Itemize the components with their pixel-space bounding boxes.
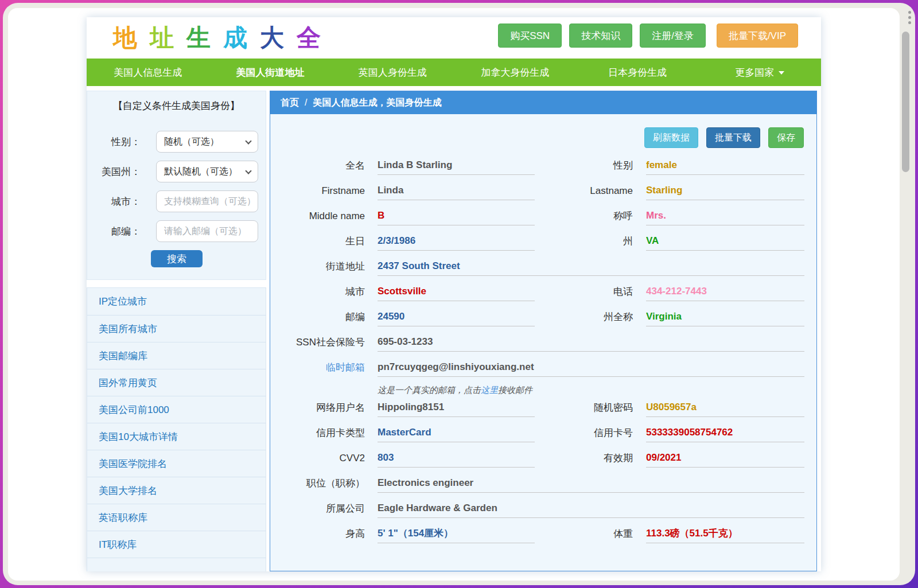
sidebar: 【自定义条件生成美国身份】 性别： 随机（可选） 美国州： 默认随机（可选）: [87, 91, 266, 571]
form-row: 网络用户名 Hippoling8151 随机密码 U8059657a: [270, 398, 816, 423]
breadcrumb-separator: /: [305, 98, 307, 108]
username-label: 网络用户名: [283, 398, 365, 423]
street-label: 街道地址: [283, 257, 365, 282]
expiry-value[interactable]: 09/2021: [646, 449, 804, 468]
nav-us-person-info[interactable]: 美国人信息生成: [87, 59, 209, 86]
temp-email-link[interactable]: 临时邮箱: [283, 358, 365, 383]
lastname-value[interactable]: Starling: [646, 181, 804, 200]
gender-field-label: 性别: [535, 156, 633, 181]
window-frame: 地址生成大全 购买SSN 技术知识 注册/登录 批量下载/VIP 美国人信息生成…: [3, 3, 915, 585]
site-header: 地址生成大全 购买SSN 技术知识 注册/登录 批量下载/VIP: [87, 17, 821, 59]
birthday-value[interactable]: 2/3/1986: [378, 232, 535, 251]
form-row: Firstname Linda Lastname Starling: [270, 181, 816, 207]
password-value[interactable]: U8059657a: [646, 398, 804, 417]
action-buttons: 刷新数据 批量下载 保存: [270, 127, 816, 148]
password-label: 随机密码: [535, 398, 633, 423]
zip-value[interactable]: 24590: [378, 307, 535, 326]
us-state-select-value: 默认随机（可选）: [157, 166, 240, 178]
scrollbar[interactable]: [902, 32, 909, 172]
form-row: 职位（职称） Electronics engineer: [270, 474, 816, 499]
state-full-value[interactable]: Virginia: [646, 307, 804, 326]
sidebar-link-universities[interactable]: 美国大学排名: [87, 477, 266, 504]
salutation-value[interactable]: Mrs.: [646, 207, 804, 225]
height-value[interactable]: 5' 1"（154厘米）: [378, 524, 535, 543]
receive-mail-link[interactable]: 这里: [481, 385, 498, 395]
username-value[interactable]: Hippoling8151: [378, 398, 535, 417]
batch-download-vip-button[interactable]: 批量下载/VIP: [717, 24, 798, 48]
cc-type-value[interactable]: MasterCard: [378, 423, 535, 442]
fullname-label: 全名: [283, 156, 365, 181]
sidebar-link-zip-db[interactable]: 美国邮编库: [87, 342, 266, 369]
save-button[interactable]: 保存: [768, 127, 804, 148]
sidebar-link-en-titles[interactable]: 英语职称库: [87, 504, 266, 531]
middlename-value[interactable]: B: [378, 207, 535, 225]
sidebar-link-ip-city[interactable]: IP定位城市: [87, 288, 266, 315]
nav-more-countries[interactable]: 更多国家: [699, 59, 821, 86]
state-full-label: 州全称: [535, 307, 633, 333]
sidebar-link-med-schools[interactable]: 美国医学院排名: [87, 450, 266, 477]
email-note-pre: 这是一个真实的邮箱，点击: [378, 385, 481, 395]
cvv2-value[interactable]: 803: [378, 449, 535, 468]
city-input[interactable]: [156, 190, 258, 212]
form-row: SSN社会保险号 695-03-1233: [270, 333, 816, 358]
logo-char: 地: [113, 24, 150, 51]
fullname-value[interactable]: Linda B Starling: [378, 156, 535, 175]
gender-select-value: 随机（可选）: [157, 136, 240, 148]
gender-select[interactable]: 随机（可选）: [156, 131, 258, 153]
refresh-data-button[interactable]: 刷新数据: [644, 127, 698, 148]
sidebar-link-partial[interactable]: [87, 558, 266, 571]
register-login-button[interactable]: 注册/登录: [640, 24, 706, 48]
nav-canada-identity[interactable]: 加拿大身份生成: [454, 59, 576, 86]
site-container: 地址生成大全 购买SSN 技术知识 注册/登录 批量下载/VIP 美国人信息生成…: [87, 17, 821, 571]
sidebar-link-top10-cities[interactable]: 美国10大城市详情: [87, 423, 266, 450]
weight-value[interactable]: 113.3磅（51.5千克）: [646, 524, 804, 543]
search-panel-title: 【自定义条件生成美国身份】: [87, 99, 266, 112]
batch-download-button[interactable]: 批量下载: [706, 127, 760, 148]
search-button[interactable]: 搜索: [151, 250, 203, 267]
state-value[interactable]: VA: [646, 232, 804, 251]
firstname-value[interactable]: Linda: [378, 181, 535, 200]
site-logo[interactable]: 地址生成大全: [113, 17, 333, 59]
breadcrumb-home-link[interactable]: 首页: [281, 97, 299, 109]
form-row: 身高 5' 1"（154厘米） 体重 113.3磅（51.5千克）: [270, 524, 816, 550]
company-value[interactable]: Eagle Hardware & Garden: [378, 499, 804, 518]
chevron-down-icon: [245, 168, 251, 174]
window-menu-dots[interactable]: [908, 11, 912, 26]
gender-value[interactable]: female: [646, 156, 804, 175]
city-value[interactable]: Scottsville: [378, 282, 535, 301]
sidebar-link-yellow-pages[interactable]: 国外常用黄页: [87, 369, 266, 396]
nav-us-street-addr[interactable]: 美国人街道地址: [209, 59, 331, 86]
gender-label: 性别：: [87, 135, 141, 149]
sidebar-link-top1000[interactable]: 美国公司前1000: [87, 396, 266, 423]
ssn-value[interactable]: 695-03-1233: [378, 333, 804, 352]
expiry-label: 有效期: [535, 449, 633, 474]
firstname-label: Firstname: [283, 181, 365, 207]
form-row: 生日 2/3/1986 州 VA: [270, 232, 816, 257]
temp-email-value[interactable]: pn7rcuyqgeg@linshiyouxiang.net: [378, 358, 804, 377]
us-state-label: 美国州：: [87, 165, 141, 178]
breadcrumb: 首页 / 美国人信息生成，美国身份生成: [270, 91, 816, 114]
street-value[interactable]: 2437 South Street: [378, 257, 804, 276]
nav-japan-identity[interactable]: 日本身份生成: [576, 59, 698, 86]
form-row: 所属公司 Eagle Hardware & Garden: [270, 499, 816, 524]
zip-field-label: 邮编: [283, 307, 365, 333]
page-background: 地址生成大全 购买SSN 技术知识 注册/登录 批量下载/VIP 美国人信息生成…: [8, 8, 900, 581]
form-row: CVV2 803 有效期 09/2021: [270, 449, 816, 474]
state-label: 州: [535, 232, 633, 257]
job-value[interactable]: Electronics engineer: [378, 474, 804, 493]
sidebar-link-it-titles[interactable]: IT职称库: [87, 531, 266, 558]
phone-value[interactable]: 434-212-7443: [646, 282, 804, 301]
nav-uk-identity[interactable]: 英国人身份生成: [332, 59, 454, 86]
buy-ssn-button[interactable]: 购买SSN: [498, 24, 562, 48]
cc-number-value[interactable]: 5333339058754762: [646, 423, 804, 442]
zip-input[interactable]: [156, 220, 258, 242]
sidebar-link-all-cities[interactable]: 美国所有城市: [87, 315, 266, 342]
job-label: 职位（职称）: [283, 474, 365, 499]
middlename-label: Middle name: [283, 207, 365, 232]
city-label: 城市：: [87, 195, 141, 208]
city-field-label: 城市: [283, 282, 365, 307]
form-row: 临时邮箱 pn7rcuyqgeg@linshiyouxiang.net: [270, 358, 816, 383]
tech-knowledge-button[interactable]: 技术知识: [569, 24, 632, 48]
us-state-select[interactable]: 默认随机（可选）: [156, 161, 258, 182]
caret-down-icon: [779, 71, 784, 77]
